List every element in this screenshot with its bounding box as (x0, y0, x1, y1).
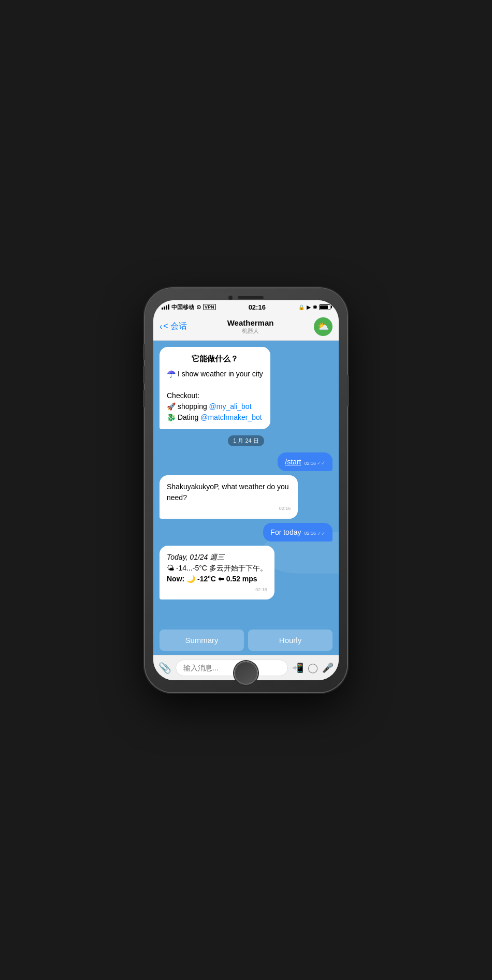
wifi-icon: ⊙ (196, 304, 201, 311)
read-checkmarks2: ✓✓ (317, 531, 325, 536)
chevron-left-icon: ‹ (160, 322, 162, 331)
sticker-icon[interactable]: 📲 (292, 662, 303, 674)
phone-screen: 中国移动 ⊙ VPN 02:16 🔒 ▶ ✱ ‹ < 会话 Weatherman (153, 300, 339, 680)
home-button[interactable] (234, 661, 258, 685)
intro-line4: 🐉 Dating @matchmaker_bot (167, 412, 263, 423)
bot-reply-bubble: ShakuyakukyoP, what weather do you need?… (160, 475, 298, 519)
vpn-badge: VPN (203, 304, 216, 310)
chat-subtitle: 机器人 (187, 327, 314, 335)
input-action-icons: 📲 ◯ 🎤 (292, 662, 334, 674)
bluetooth-icon: ✱ (313, 304, 317, 310)
summary-button[interactable]: Summary (160, 630, 244, 651)
msg-today-time: 02:16 ✓✓ (304, 531, 325, 536)
phone-frame: 中国移动 ⊙ VPN 02:16 🔒 ▶ ✱ ‹ < 会话 Weatherman (145, 288, 347, 692)
weather-line2: 🌤 -14...-5°C 多云开始于下午。 (167, 563, 267, 574)
phone-top-details (228, 296, 264, 300)
intro-line3: 🚀 shopping @my_ali_bot (167, 401, 263, 412)
chat-area: 它能做什么？ ☂️ I show weather in your city Ch… (153, 341, 339, 625)
intro-bubble: 它能做什么？ ☂️ I show weather in your city Ch… (160, 347, 270, 430)
msg-start-text: /start (285, 458, 301, 466)
weather-time: 02:16 (167, 587, 267, 594)
intro-title: 它能做什么？ (167, 353, 263, 365)
status-right: 🔒 ▶ ✱ (298, 304, 330, 310)
nav-title-area: Weatherman 机器人 (187, 318, 314, 335)
msg-start-bubble: /start 02:16 ✓✓ (278, 452, 332, 471)
weather-line3: Now: 🌙 -12°C ⬅ 0.52 mps (167, 574, 267, 584)
chat-title: Weatherman (187, 318, 314, 327)
bot-reply-text: ShakuyakukyoP, what weather do you need? (167, 481, 291, 503)
volume-down-button (143, 390, 145, 407)
battery-fill (320, 305, 328, 309)
location-icon: ▶ (307, 304, 311, 310)
signal-bars (162, 304, 169, 310)
bot-avatar[interactable]: ⛅ (314, 317, 332, 336)
intro-line2: Checkout: (167, 390, 263, 401)
ali-bot-link[interactable]: @my_ali_bot (209, 402, 252, 411)
matchmaker-link[interactable]: @matchmaker_bot (200, 413, 262, 421)
carrier-label: 中国移动 (171, 303, 194, 311)
weather-line1: Today, 01/24 週三 (167, 552, 267, 563)
volume-up-button (143, 366, 145, 384)
nav-bar: ‹ < 会话 Weatherman 机器人 ⛅ (153, 313, 339, 341)
date-badge: 1 月 24 日 (228, 435, 264, 446)
speaker-grille (238, 296, 264, 299)
mic-icon[interactable]: 🎤 (322, 662, 334, 674)
intro-line1: ☂️ I show weather in your city (167, 369, 263, 379)
weather-bubble: Today, 01/24 週三 🌤 -14...-5°C 多云开始于下午。 No… (160, 546, 274, 600)
msg-start-time: 02:16 ✓✓ (304, 460, 325, 466)
hourly-button[interactable]: Hourly (248, 630, 332, 651)
front-camera (228, 296, 233, 300)
silent-button (143, 344, 145, 360)
bot-reply-time: 02:16 (167, 505, 291, 513)
back-label: < 会话 (163, 321, 187, 332)
message-input[interactable] (176, 660, 288, 676)
start-command: /start (285, 458, 301, 466)
action-button-row: Summary Hourly (153, 625, 339, 655)
home-button-area (234, 661, 258, 685)
status-bar: 中国移动 ⊙ VPN 02:16 🔒 ▶ ✱ (153, 300, 339, 313)
msg-today-text: For today (270, 528, 301, 536)
msg-today-bubble: For today 02:16 ✓✓ (263, 523, 332, 542)
status-time: 02:16 (249, 303, 266, 311)
lock-icon: 🔒 (298, 304, 305, 310)
attach-icon[interactable]: 📎 (158, 662, 171, 674)
bot-icon: ⛅ (317, 321, 329, 332)
read-checkmarks: ✓✓ (317, 460, 325, 466)
back-button[interactable]: ‹ < 会话 (160, 321, 187, 332)
battery-icon (319, 304, 330, 310)
status-left: 中国移动 ⊙ VPN (162, 303, 216, 311)
emoji-icon[interactable]: ◯ (308, 662, 318, 674)
power-button (347, 375, 349, 406)
